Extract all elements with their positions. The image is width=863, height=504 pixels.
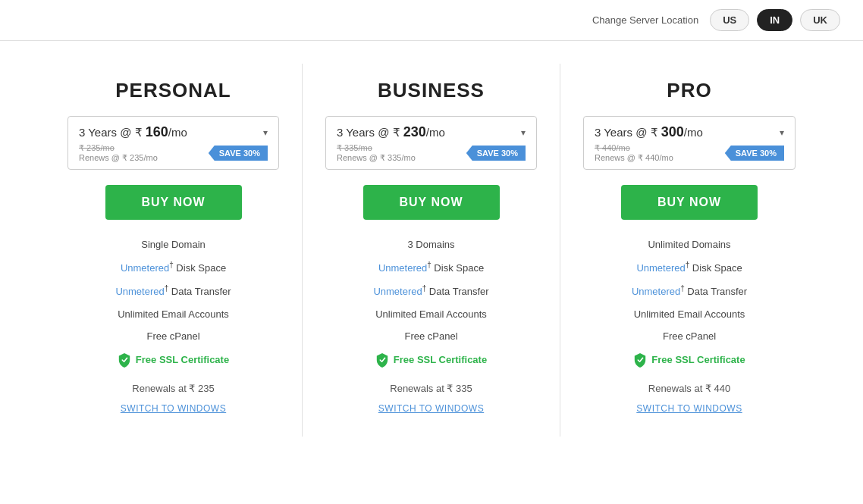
plan-personal-buy-button[interactable]: BUY NOW (105, 185, 242, 220)
plan-personal-switch-link[interactable]: SWITCH TO WINDOWS (121, 403, 226, 414)
plan-personal-features: Single Domain Unmetered† Disk Space Unme… (67, 239, 279, 368)
plan-business-price-main: 3 Years @ ₹ 230/mo (337, 124, 445, 140)
feature-data-transfer: Unmetered† Data Transfer (67, 284, 279, 297)
feature-ssl-b: Free SSL Certificate (325, 352, 537, 368)
plan-business-save-badge: SAVE 30% (466, 146, 526, 161)
plan-pro-title: PRO (667, 79, 711, 102)
plan-personal-price-main: 3 Years @ ₹ 160/mo (79, 124, 187, 140)
feature-email-accounts-b: Unlimited Email Accounts (325, 308, 537, 320)
plan-business-ssl-label: Free SSL Certificate (394, 354, 487, 365)
plan-pro-dropdown-icon[interactable]: ▾ (780, 127, 784, 138)
feature-3-domains: 3 Domains (325, 239, 537, 250)
feature-unlimited-domains: Unlimited Domains (583, 239, 796, 250)
change-server-label: Change Server Location (592, 14, 698, 26)
plan-business-buy-button[interactable]: BUY NOW (363, 185, 500, 220)
plan-pro-buy-button[interactable]: BUY NOW (621, 185, 758, 220)
feature-disk-space-p: Unmetered† Disk Space (583, 261, 796, 274)
plan-personal-dropdown-icon[interactable]: ▾ (263, 127, 268, 138)
plan-business-title: BUSINESS (378, 79, 485, 102)
plan-pro-ssl-label: Free SSL Certificate (651, 354, 745, 365)
feature-email-accounts-p: Unlimited Email Accounts (583, 308, 796, 320)
header: Change Server Location US IN UK (0, 0, 863, 41)
feature-cpanel-b: Free cPanel (325, 330, 537, 342)
plan-pro-renewals-text: Renewals at ₹ 440 (648, 383, 730, 394)
feature-single-domain: Single Domain (67, 239, 279, 250)
plan-pro-renews: Renews @ ₹ 440/mo (595, 153, 673, 163)
feature-disk-space: Unmetered† Disk Space (67, 261, 279, 274)
feature-ssl-p: Free SSL Certificate (583, 352, 796, 368)
feature-email-accounts: Unlimited Email Accounts (67, 308, 279, 320)
location-us-button[interactable]: US (710, 9, 749, 31)
plan-business-features: 3 Domains Unmetered† Disk Space Unmetere… (325, 239, 537, 368)
plan-business-original-price: ₹ 335/mo (337, 143, 416, 153)
feature-data-transfer-p: Unmetered† Data Transfer (583, 284, 796, 297)
plan-personal-original-price: ₹ 235/mo (79, 143, 158, 153)
plan-business-switch-link[interactable]: SWITCH TO WINDOWS (378, 403, 484, 414)
location-in-button[interactable]: IN (757, 9, 792, 31)
plan-personal-title: PERSONAL (115, 79, 231, 102)
plan-business: BUSINESS 3 Years @ ₹ 230/mo ▾ ₹ 335/mo R… (303, 64, 560, 437)
shield-icon (118, 352, 131, 368)
plans-container: PERSONAL 3 Years @ ₹ 160/mo ▾ ₹ 235/mo R… (0, 41, 863, 459)
plan-pro-features: Unlimited Domains Unmetered† Disk Space … (583, 239, 796, 368)
location-uk-button[interactable]: UK (800, 9, 840, 31)
shield-icon-p (633, 352, 647, 368)
plan-pro-original-price: ₹ 440/mo (595, 143, 673, 153)
plan-personal-save-badge: SAVE 30% (209, 146, 268, 161)
feature-data-transfer-b: Unmetered† Data Transfer (325, 284, 537, 297)
plan-business-renews: Renews @ ₹ 335/mo (337, 153, 416, 163)
plan-business-dropdown-icon[interactable]: ▾ (521, 127, 526, 138)
plan-pro-price-box[interactable]: 3 Years @ ₹ 300/mo ▾ ₹ 440/mo Renews @ ₹… (583, 116, 796, 170)
plan-personal-ssl-label: Free SSL Certificate (136, 354, 229, 365)
plan-pro-save-badge: SAVE 30% (725, 146, 784, 161)
feature-ssl: Free SSL Certificate (67, 352, 279, 368)
feature-cpanel: Free cPanel (67, 330, 279, 342)
plan-personal-renews: Renews @ ₹ 235/mo (79, 153, 158, 163)
plan-business-price-box[interactable]: 3 Years @ ₹ 230/mo ▾ ₹ 335/mo Renews @ ₹… (325, 116, 537, 170)
plan-personal: PERSONAL 3 Years @ ₹ 160/mo ▾ ₹ 235/mo R… (45, 64, 303, 437)
feature-disk-space-b: Unmetered† Disk Space (325, 261, 537, 274)
plan-pro-price-main: 3 Years @ ₹ 300/mo (595, 124, 703, 140)
shield-icon-b (375, 352, 389, 368)
feature-cpanel-p: Free cPanel (583, 330, 796, 342)
plan-pro: PRO 3 Years @ ₹ 300/mo ▾ ₹ 440/mo Renews… (560, 64, 818, 437)
plan-pro-switch-link[interactable]: SWITCH TO WINDOWS (636, 403, 742, 414)
plan-personal-price-box[interactable]: 3 Years @ ₹ 160/mo ▾ ₹ 235/mo Renews @ ₹… (67, 116, 279, 170)
plan-business-renewals-text: Renewals at ₹ 335 (390, 383, 472, 394)
plan-personal-renewals-text: Renewals at ₹ 235 (132, 383, 214, 394)
